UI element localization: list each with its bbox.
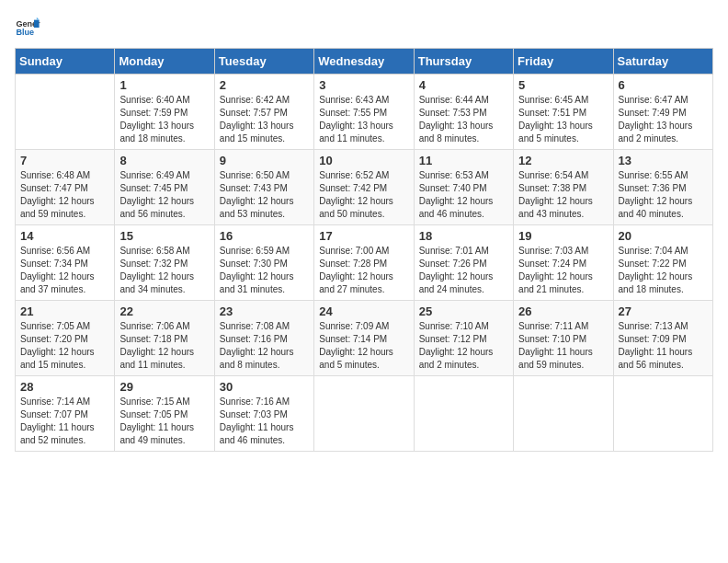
calendar-cell: 20Sunrise: 7:04 AMSunset: 7:22 PMDayligh… <box>613 225 712 301</box>
day-info: Sunrise: 6:42 AMSunset: 7:57 PMDaylight:… <box>220 94 309 145</box>
logo: General Blue <box>15 15 40 40</box>
calendar-cell: 7Sunrise: 6:48 AMSunset: 7:47 PMDaylight… <box>16 150 115 225</box>
day-number: 25 <box>419 304 508 318</box>
calendar-cell: 12Sunrise: 6:54 AMSunset: 7:38 PMDayligh… <box>514 150 613 225</box>
day-number: 9 <box>220 154 309 167</box>
calendar-cell: 19Sunrise: 7:03 AMSunset: 7:24 PMDayligh… <box>514 225 613 301</box>
calendar-week-row: 28Sunrise: 7:14 AMSunset: 7:07 PMDayligh… <box>16 376 713 452</box>
calendar-cell: 26Sunrise: 7:11 AMSunset: 7:10 PMDayligh… <box>514 301 613 376</box>
day-info: Sunrise: 7:11 AMSunset: 7:10 PMDaylight:… <box>518 320 608 372</box>
calendar-cell <box>613 376 712 452</box>
calendar-cell: 5Sunrise: 6:45 AMSunset: 7:51 PMDaylight… <box>514 75 613 150</box>
day-number: 6 <box>619 78 708 92</box>
day-number: 27 <box>619 304 708 318</box>
day-info: Sunrise: 6:58 AMSunset: 7:32 PMDaylight:… <box>119 245 209 296</box>
weekday-header: Sunday <box>16 49 115 75</box>
day-info: Sunrise: 6:47 AMSunset: 7:49 PMDaylight:… <box>619 94 708 145</box>
calendar-cell <box>514 376 613 452</box>
day-info: Sunrise: 7:14 AMSunset: 7:07 PMDaylight:… <box>20 396 109 447</box>
day-number: 19 <box>518 229 608 243</box>
day-info: Sunrise: 6:49 AMSunset: 7:45 PMDaylight:… <box>119 169 209 221</box>
day-info: Sunrise: 7:01 AMSunset: 7:26 PMDaylight:… <box>419 245 508 296</box>
day-info: Sunrise: 7:06 AMSunset: 7:18 PMDaylight:… <box>119 320 209 372</box>
weekday-header-row: SundayMondayTuesdayWednesdayThursdayFrid… <box>16 49 713 75</box>
day-info: Sunrise: 6:40 AMSunset: 7:59 PMDaylight:… <box>119 94 209 145</box>
day-number: 1 <box>119 78 209 92</box>
day-number: 10 <box>319 154 408 167</box>
calendar-week-row: 7Sunrise: 6:48 AMSunset: 7:47 PMDaylight… <box>16 150 713 225</box>
weekday-header: Wednesday <box>314 49 414 75</box>
day-number: 17 <box>319 229 408 243</box>
day-info: Sunrise: 6:44 AMSunset: 7:53 PMDaylight:… <box>419 94 508 145</box>
day-number: 14 <box>20 229 109 243</box>
weekday-header: Thursday <box>414 49 513 75</box>
calendar-table: SundayMondayTuesdayWednesdayThursdayFrid… <box>15 48 713 452</box>
day-number: 28 <box>20 380 109 394</box>
weekday-header: Saturday <box>613 49 712 75</box>
day-info: Sunrise: 6:55 AMSunset: 7:36 PMDaylight:… <box>619 169 708 221</box>
day-info: Sunrise: 6:50 AMSunset: 7:43 PMDaylight:… <box>220 169 309 221</box>
day-info: Sunrise: 6:56 AMSunset: 7:34 PMDaylight:… <box>20 245 109 296</box>
day-number: 30 <box>220 380 309 394</box>
day-info: Sunrise: 7:10 AMSunset: 7:12 PMDaylight:… <box>419 320 508 372</box>
day-number: 8 <box>119 154 209 167</box>
day-info: Sunrise: 7:09 AMSunset: 7:14 PMDaylight:… <box>319 320 408 372</box>
day-info: Sunrise: 6:53 AMSunset: 7:40 PMDaylight:… <box>419 169 508 221</box>
logo-icon: General Blue <box>15 15 40 40</box>
day-number: 4 <box>419 78 508 92</box>
calendar-week-row: 21Sunrise: 7:05 AMSunset: 7:20 PMDayligh… <box>16 301 713 376</box>
calendar-cell: 2Sunrise: 6:42 AMSunset: 7:57 PMDaylight… <box>214 75 313 150</box>
day-number: 13 <box>619 154 708 167</box>
calendar-cell: 9Sunrise: 6:50 AMSunset: 7:43 PMDaylight… <box>214 150 313 225</box>
day-info: Sunrise: 6:52 AMSunset: 7:42 PMDaylight:… <box>319 169 408 221</box>
day-number: 18 <box>419 229 508 243</box>
day-info: Sunrise: 7:15 AMSunset: 7:05 PMDaylight:… <box>119 396 209 447</box>
calendar-cell: 24Sunrise: 7:09 AMSunset: 7:14 PMDayligh… <box>314 301 414 376</box>
day-info: Sunrise: 7:13 AMSunset: 7:09 PMDaylight:… <box>619 320 708 372</box>
calendar-cell: 23Sunrise: 7:08 AMSunset: 7:16 PMDayligh… <box>214 301 313 376</box>
calendar-cell: 28Sunrise: 7:14 AMSunset: 7:07 PMDayligh… <box>16 376 115 452</box>
day-info: Sunrise: 6:45 AMSunset: 7:51 PMDaylight:… <box>518 94 608 145</box>
day-info: Sunrise: 7:04 AMSunset: 7:22 PMDaylight:… <box>619 245 708 296</box>
day-number: 24 <box>319 304 408 318</box>
day-number: 2 <box>220 78 309 92</box>
calendar-cell: 17Sunrise: 7:00 AMSunset: 7:28 PMDayligh… <box>314 225 414 301</box>
day-number: 20 <box>619 229 708 243</box>
day-info: Sunrise: 7:00 AMSunset: 7:28 PMDaylight:… <box>319 245 408 296</box>
calendar-cell: 13Sunrise: 6:55 AMSunset: 7:36 PMDayligh… <box>613 150 712 225</box>
weekday-header: Monday <box>115 49 214 75</box>
day-number: 15 <box>119 229 209 243</box>
calendar-week-row: 14Sunrise: 6:56 AMSunset: 7:34 PMDayligh… <box>16 225 713 301</box>
day-info: Sunrise: 6:48 AMSunset: 7:47 PMDaylight:… <box>20 169 109 221</box>
calendar-cell <box>16 75 115 150</box>
calendar-cell: 29Sunrise: 7:15 AMSunset: 7:05 PMDayligh… <box>115 376 214 452</box>
day-number: 11 <box>419 154 508 167</box>
day-info: Sunrise: 7:03 AMSunset: 7:24 PMDaylight:… <box>518 245 608 296</box>
svg-marker-2 <box>34 20 40 28</box>
day-number: 23 <box>220 304 309 318</box>
day-number: 29 <box>119 380 209 394</box>
day-number: 16 <box>220 229 309 243</box>
day-info: Sunrise: 7:05 AMSunset: 7:20 PMDaylight:… <box>20 320 109 372</box>
day-number: 22 <box>119 304 209 318</box>
day-number: 26 <box>518 304 608 318</box>
day-info: Sunrise: 7:16 AMSunset: 7:03 PMDaylight:… <box>220 396 309 447</box>
calendar-cell: 27Sunrise: 7:13 AMSunset: 7:09 PMDayligh… <box>613 301 712 376</box>
calendar-cell: 30Sunrise: 7:16 AMSunset: 7:03 PMDayligh… <box>214 376 313 452</box>
day-info: Sunrise: 6:43 AMSunset: 7:55 PMDaylight:… <box>319 94 408 145</box>
calendar-cell <box>414 376 513 452</box>
calendar-cell: 10Sunrise: 6:52 AMSunset: 7:42 PMDayligh… <box>314 150 414 225</box>
calendar-cell: 1Sunrise: 6:40 AMSunset: 7:59 PMDaylight… <box>115 75 214 150</box>
calendar-cell: 22Sunrise: 7:06 AMSunset: 7:18 PMDayligh… <box>115 301 214 376</box>
calendar-cell: 16Sunrise: 6:59 AMSunset: 7:30 PMDayligh… <box>214 225 313 301</box>
weekday-header: Tuesday <box>214 49 313 75</box>
calendar-cell: 21Sunrise: 7:05 AMSunset: 7:20 PMDayligh… <box>16 301 115 376</box>
day-info: Sunrise: 7:08 AMSunset: 7:16 PMDaylight:… <box>220 320 309 372</box>
calendar-cell: 11Sunrise: 6:53 AMSunset: 7:40 PMDayligh… <box>414 150 513 225</box>
calendar-cell: 18Sunrise: 7:01 AMSunset: 7:26 PMDayligh… <box>414 225 513 301</box>
day-info: Sunrise: 6:59 AMSunset: 7:30 PMDaylight:… <box>220 245 309 296</box>
page-header: General Blue <box>15 15 713 40</box>
day-number: 12 <box>518 154 608 167</box>
day-number: 3 <box>319 78 408 92</box>
day-number: 21 <box>20 304 109 318</box>
